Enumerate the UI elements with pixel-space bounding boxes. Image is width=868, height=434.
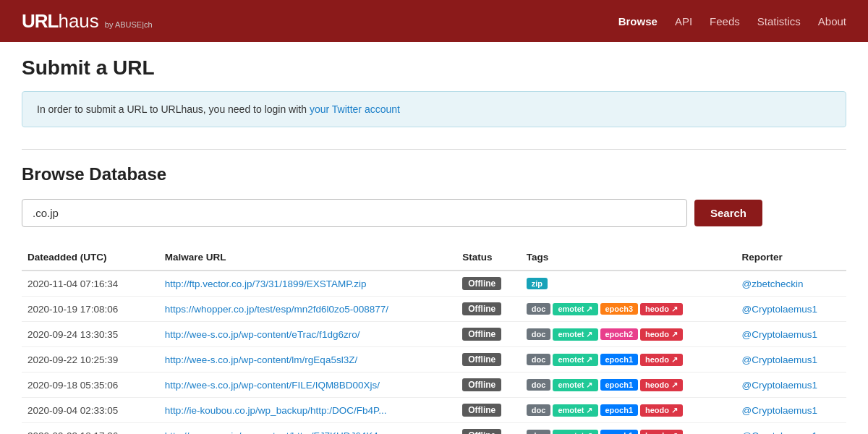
reporter-link[interactable]: @Cryptolaemus1 bbox=[741, 329, 817, 340]
tag-epoch1: epoch1 bbox=[600, 404, 639, 416]
cell-url: http://ftp.vector.co.jp/73/31/1899/EXSTA… bbox=[159, 271, 456, 297]
status-badge: Offline bbox=[462, 429, 501, 434]
table-row: 2020-09-03 18:17:36http://wee-s.co.jp/wp… bbox=[22, 423, 846, 435]
cell-reporter: @Cryptolaemus1 bbox=[736, 398, 846, 423]
malware-url-link[interactable]: https://whopper.co.jp/test/esp/mn2fd6l0z… bbox=[165, 304, 388, 315]
cell-tags: docemotet ↗epoch2heodo ↗ bbox=[521, 322, 736, 347]
tag-doc: doc bbox=[527, 303, 551, 315]
status-badge: Offline bbox=[462, 378, 501, 391]
cell-url: http://wee-s.co.jp/wp-content/lm/rgEqa5s… bbox=[159, 347, 456, 373]
cell-tags: docemotet ↗epoch1heodo ↗ bbox=[521, 373, 736, 398]
cell-date: 2020-10-19 17:08:06 bbox=[22, 297, 159, 322]
cell-url: http://ie-koubou.co.jp/wp_backup/http:/D… bbox=[159, 398, 456, 423]
cell-tags: docemotet ↗epoch1heodo ↗ bbox=[521, 347, 736, 373]
cell-tags: docemotet ↗epoch3heodo ↗ bbox=[521, 297, 736, 322]
reporter-link[interactable]: @Cryptolaemus1 bbox=[741, 380, 817, 391]
cell-reporter: @Cryptolaemus1 bbox=[736, 423, 846, 435]
cell-date: 2020-09-03 18:17:36 bbox=[22, 423, 159, 435]
cell-reporter: @Cryptolaemus1 bbox=[736, 373, 846, 398]
tag-heodo[interactable]: heodo ↗ bbox=[640, 303, 683, 315]
cell-status: Offline bbox=[456, 373, 521, 398]
cell-url: https://whopper.co.jp/test/esp/mn2fd6l0z… bbox=[159, 297, 456, 322]
malware-url-link[interactable]: http://ftp.vector.co.jp/73/31/1899/EXSTA… bbox=[165, 278, 367, 289]
malware-url-link[interactable]: http://wee-s.co.jp/wp-content/http:/FJ7K… bbox=[165, 430, 386, 435]
cell-tags: docemotet ↗epoch1heodo ↗ bbox=[521, 423, 736, 435]
status-badge: Offline bbox=[462, 404, 501, 417]
tag-emotet[interactable]: emotet ↗ bbox=[553, 303, 597, 315]
table-row: 2020-09-22 10:25:39http://wee-s.co.jp/wp… bbox=[22, 347, 846, 373]
tag-heodo[interactable]: heodo ↗ bbox=[640, 379, 683, 391]
tag-heodo[interactable]: heodo ↗ bbox=[640, 328, 683, 341]
cell-date: 2020-09-22 10:25:39 bbox=[22, 347, 159, 373]
search-button[interactable]: Search bbox=[694, 200, 762, 226]
submit-title: Submit a URL bbox=[22, 56, 846, 80]
col-header-date: Dateadded (UTC) bbox=[22, 244, 159, 271]
logo-url: URL bbox=[22, 10, 58, 33]
cell-reporter: @zbetcheckin bbox=[736, 271, 846, 297]
malware-url-link[interactable]: http://wee-s.co.jp/wp-content/FILE/IQM8B… bbox=[165, 380, 380, 391]
cell-date: 2020-11-04 07:16:34 bbox=[22, 271, 159, 297]
tag-heodo[interactable]: heodo ↗ bbox=[640, 404, 683, 417]
status-badge: Offline bbox=[462, 328, 501, 341]
cell-reporter: @Cryptolaemus1 bbox=[736, 322, 846, 347]
cell-date: 2020-09-24 13:30:35 bbox=[22, 322, 159, 347]
tag-epoch2: epoch2 bbox=[600, 328, 639, 340]
nav-feeds[interactable]: Feeds bbox=[710, 15, 740, 27]
malware-url-link[interactable]: http://ie-koubou.co.jp/wp_backup/http:/D… bbox=[165, 405, 387, 416]
tag-heodo[interactable]: heodo ↗ bbox=[640, 354, 683, 366]
tag-epoch1: epoch1 bbox=[600, 354, 639, 365]
reporter-link[interactable]: @Cryptolaemus1 bbox=[741, 354, 817, 365]
tag-emotet[interactable]: emotet ↗ bbox=[553, 430, 597, 435]
table-body: 2020-11-04 07:16:34http://ftp.vector.co.… bbox=[22, 271, 846, 434]
logo[interactable]: URLhaus by ABUSE|ch bbox=[22, 10, 153, 33]
tag-emotet[interactable]: emotet ↗ bbox=[553, 328, 597, 341]
status-badge: Offline bbox=[462, 277, 501, 290]
tag-zip: zip bbox=[527, 278, 548, 289]
table-row: 2020-10-19 17:08:06https://whopper.co.jp… bbox=[22, 297, 846, 322]
table-row: 2020-11-04 07:16:34http://ftp.vector.co.… bbox=[22, 271, 846, 297]
search-input[interactable] bbox=[22, 199, 687, 227]
table-row: 2020-09-04 02:33:05http://ie-koubou.co.j… bbox=[22, 398, 846, 423]
search-row: Search bbox=[22, 199, 846, 227]
nav-links: Browse API Feeds Statistics About bbox=[618, 15, 846, 27]
nav-statistics[interactable]: Statistics bbox=[757, 15, 801, 27]
col-header-reporter: Reporter bbox=[736, 244, 846, 271]
cell-reporter: @Cryptolaemus1 bbox=[736, 297, 846, 322]
tag-emotet[interactable]: emotet ↗ bbox=[553, 404, 597, 417]
tag-doc: doc bbox=[527, 379, 551, 391]
status-badge: Offline bbox=[462, 353, 501, 366]
malware-url-link[interactable]: http://wee-s.co.jp/wp-content/eTrac/f1dg… bbox=[165, 329, 360, 340]
reporter-link[interactable]: @Cryptolaemus1 bbox=[741, 405, 817, 416]
table-row: 2020-09-18 05:35:06http://wee-s.co.jp/wp… bbox=[22, 373, 846, 398]
tag-epoch3: epoch3 bbox=[600, 303, 639, 315]
cell-status: Offline bbox=[456, 423, 521, 435]
tag-emotet[interactable]: emotet ↗ bbox=[553, 379, 597, 391]
tag-doc: doc bbox=[527, 354, 551, 365]
status-badge: Offline bbox=[462, 302, 501, 315]
nav-api[interactable]: API bbox=[675, 15, 692, 27]
navbar: URLhaus by ABUSE|ch Browse API Feeds Sta… bbox=[0, 0, 868, 42]
cell-status: Offline bbox=[456, 322, 521, 347]
reporter-link[interactable]: @zbetcheckin bbox=[741, 278, 803, 289]
malware-url-link[interactable]: http://wee-s.co.jp/wp-content/lm/rgEqa5s… bbox=[165, 354, 357, 365]
cell-status: Offline bbox=[456, 347, 521, 373]
nav-browse[interactable]: Browse bbox=[618, 15, 658, 27]
tag-emotet[interactable]: emotet ↗ bbox=[553, 354, 597, 366]
col-header-status: Status bbox=[456, 244, 521, 271]
divider bbox=[22, 149, 846, 150]
tag-doc: doc bbox=[527, 328, 551, 340]
nav-about[interactable]: About bbox=[818, 15, 846, 27]
table-header: Dateadded (UTC) Malware URL Status Tags … bbox=[22, 244, 846, 271]
reporter-link[interactable]: @Cryptolaemus1 bbox=[741, 430, 817, 435]
tag-heodo[interactable]: heodo ↗ bbox=[640, 430, 683, 435]
cell-reporter: @Cryptolaemus1 bbox=[736, 347, 846, 373]
logo-haus: haus bbox=[58, 10, 98, 33]
info-text: In order to submit a URL to URLhaus, you… bbox=[37, 103, 310, 115]
cell-url: http://wee-s.co.jp/wp-content/eTrac/f1dg… bbox=[159, 322, 456, 347]
twitter-link[interactable]: your Twitter account bbox=[310, 103, 400, 115]
reporter-link[interactable]: @Cryptolaemus1 bbox=[741, 304, 817, 315]
cell-status: Offline bbox=[456, 398, 521, 423]
cell-url: http://wee-s.co.jp/wp-content/FILE/IQM8B… bbox=[159, 373, 456, 398]
cell-status: Offline bbox=[456, 297, 521, 322]
col-header-tags: Tags bbox=[521, 244, 736, 271]
